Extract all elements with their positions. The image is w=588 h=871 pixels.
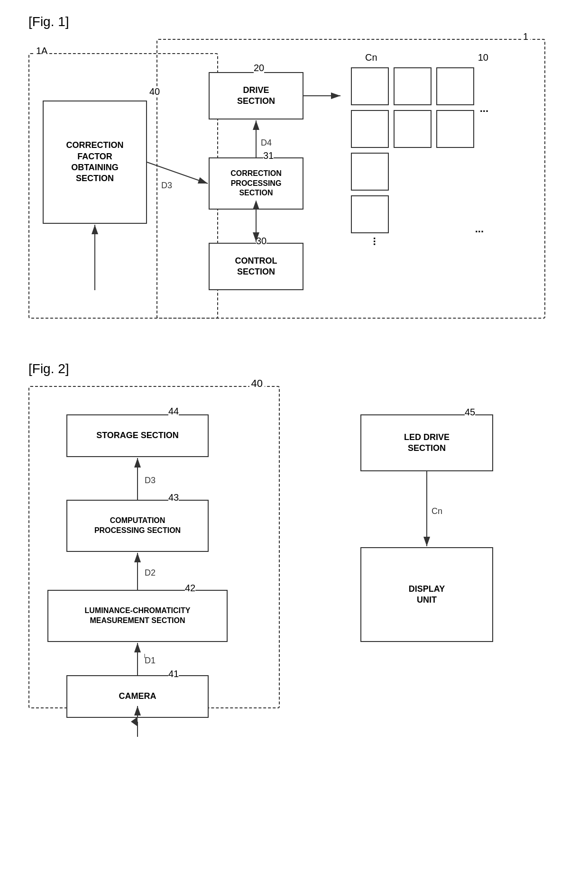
led-cell xyxy=(351,195,389,233)
bottom-arrow-indicator xyxy=(130,718,145,737)
led-grid-container: Cn 10 ··· ··· xyxy=(341,63,493,276)
block-storage: STORAGE SECTION xyxy=(66,414,209,457)
block-camera: CAMERA xyxy=(66,675,209,718)
led-cell xyxy=(436,110,474,148)
ref-41-label: 41 xyxy=(168,669,179,679)
page: { "fig1": { "label": "[Fig. 1]", "ref_1A… xyxy=(0,0,588,871)
dots-right: ··· xyxy=(480,105,488,118)
ref-42-label: 42 xyxy=(185,583,195,594)
cn-label-fig2: Cn xyxy=(432,506,442,516)
led-cell xyxy=(351,67,389,105)
ref-20-label: 20 xyxy=(254,63,264,73)
ref-1: 1 xyxy=(521,31,530,42)
fig2-diagram: 40 STORAGE SECTION 44 COMPUTATION PROCES… xyxy=(28,386,550,718)
ref-40-fig2: 40 xyxy=(249,377,265,390)
block-luminance: LUMINANCE-CHROMATICITY MEASUREMENT SECTI… xyxy=(47,590,228,642)
fig1-label: [Fig. 1] xyxy=(28,14,560,29)
dots-bottom: ··· xyxy=(368,237,380,246)
block-correction-factor: CORRECTION FACTOR OBTAINING SECTION xyxy=(43,101,147,224)
ref-10-label: 10 xyxy=(478,52,488,63)
block-drive-section: DRIVE SECTION xyxy=(209,72,303,119)
led-cell xyxy=(436,195,474,233)
block-control-section: CONTROL SECTION xyxy=(209,243,303,290)
led-cell xyxy=(394,153,432,191)
ref-40-label: 40 xyxy=(149,86,160,97)
block-led-drive: LED DRIVE SECTION xyxy=(360,414,493,471)
ref-45-label: 45 xyxy=(465,407,475,418)
led-cell xyxy=(394,67,432,105)
block-display-unit: DISPLAY UNIT xyxy=(360,547,493,642)
bottom-arrow-svg xyxy=(130,718,145,737)
block-computation: COMPUTATION PROCESSING SECTION xyxy=(66,500,209,552)
ref-43-label: 43 xyxy=(168,492,179,503)
led-cell xyxy=(436,67,474,105)
ref-44-label: 44 xyxy=(168,406,179,417)
dots-diagonal: ··· xyxy=(475,226,484,238)
fig2-label: [Fig. 2] xyxy=(28,361,560,376)
ref-31-label: 31 xyxy=(263,150,274,161)
led-cell xyxy=(394,110,432,148)
ref-1A: 1A xyxy=(34,46,49,56)
fig1-diagram: 1A 1 CORRECTION FACTOR OBTAINING SECTION… xyxy=(28,39,550,333)
led-cell xyxy=(351,110,389,148)
ref-cn-fig1: Cn xyxy=(365,52,377,63)
block-correction-processing: CORRECTION PROCESSING SECTION xyxy=(209,157,303,210)
led-cell xyxy=(351,153,389,191)
led-cell xyxy=(394,195,432,233)
ref-30-label: 30 xyxy=(256,236,266,247)
led-grid xyxy=(351,67,474,233)
led-cell xyxy=(436,153,474,191)
